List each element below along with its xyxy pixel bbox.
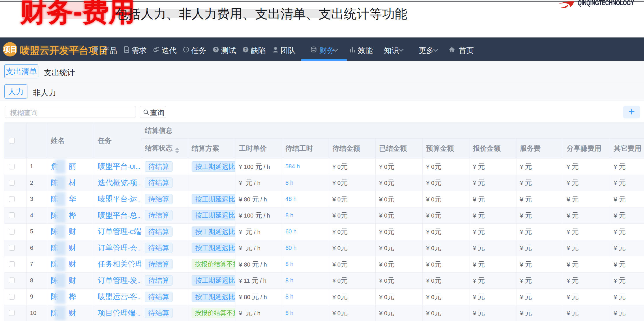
svg-text:?: ? <box>244 47 247 52</box>
svg-text:?: ? <box>214 47 217 52</box>
